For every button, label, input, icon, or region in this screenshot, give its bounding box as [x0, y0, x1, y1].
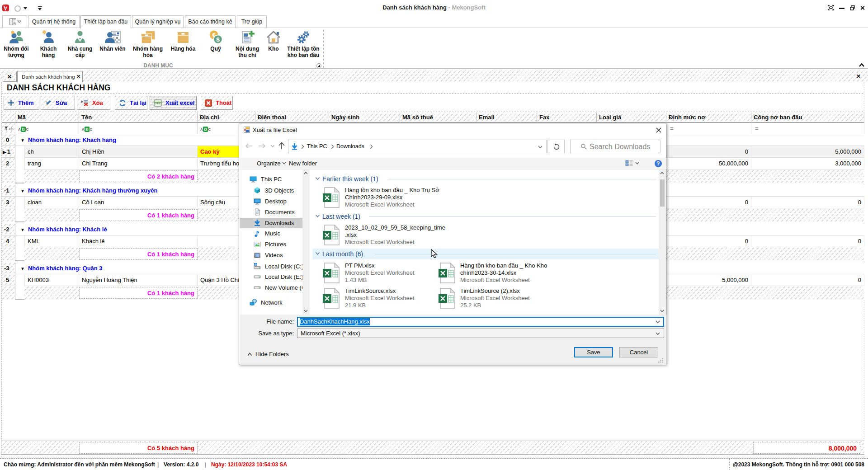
svg-text:$: $ — [216, 36, 220, 43]
svg-text:XLSX: XLSX — [154, 102, 161, 104]
